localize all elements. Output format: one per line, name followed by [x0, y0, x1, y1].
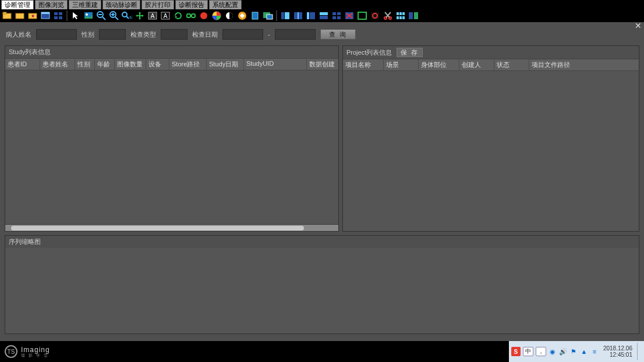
punc-indicator[interactable]: ， [536, 347, 546, 356]
layout-left-icon[interactable] [305, 10, 317, 22]
svg-text:A: A [151, 13, 155, 19]
tab-image-browse[interactable]: 图像浏览 [35, 0, 68, 9]
thumbnail-panel: 序列缩略图 [5, 235, 639, 334]
window-icon[interactable] [40, 10, 51, 22]
svg-text:A: A [164, 13, 168, 19]
tab-film-print[interactable]: 胶片打印 [141, 0, 174, 9]
svg-rect-10 [59, 16, 62, 19]
svg-text:x2: x2 [129, 15, 132, 19]
col-img-count[interactable]: 图像数量 [115, 59, 146, 70]
svg-line-22 [126, 16, 129, 19]
edit-icon[interactable] [236, 10, 248, 22]
tab-bar: 诊断管理 图像浏览 三维重建 颈动脉诊断 胶片打印 诊断报告 系统配置 [0, 0, 644, 9]
pointer-icon[interactable] [70, 10, 82, 22]
study-hscroll[interactable] [5, 224, 338, 231]
layout-split-icon[interactable] [318, 10, 330, 22]
study-body [5, 70, 338, 224]
col-status[interactable]: 状态 [494, 59, 529, 70]
cut-icon[interactable] [382, 10, 394, 22]
col-proj-name[interactable]: 项目名称 [343, 59, 384, 70]
crop-icon[interactable] [249, 10, 261, 22]
study-panel: Study列表信息 患者ID 患者姓名 性别 年龄 图像数量 设备 Store路… [5, 45, 339, 232]
link-icon[interactable] [185, 10, 197, 22]
col-study-date[interactable]: Study日期 [207, 59, 244, 70]
label-patient-name: 病人姓名 [6, 30, 31, 39]
col-patient-name[interactable]: 患者姓名 [40, 59, 75, 70]
input-patient-name[interactable] [36, 29, 77, 40]
svg-rect-52 [320, 12, 328, 15]
show-desktop[interactable] [637, 343, 642, 360]
col-scene[interactable]: 场景 [384, 59, 419, 70]
circle-red-icon[interactable] [198, 10, 210, 22]
layout-remove-icon[interactable] [344, 10, 355, 22]
col-body-part[interactable]: 身体部位 [419, 59, 459, 70]
grid-icon[interactable] [52, 10, 64, 22]
svg-line-18 [115, 17, 118, 20]
layout-green-icon[interactable] [356, 10, 368, 22]
tab-carotid-diag[interactable]: 颈动脉诊断 [102, 0, 140, 9]
col-store-path[interactable]: Store路径 [169, 59, 207, 70]
text-a2-icon[interactable]: A [160, 10, 171, 22]
compare-icon[interactable] [408, 10, 419, 22]
col-device[interactable]: 设备 [146, 59, 169, 70]
text-a1-icon[interactable]: A [147, 10, 158, 22]
layout-circle-icon[interactable] [369, 10, 381, 22]
col-sex[interactable]: 性别 [75, 59, 95, 70]
svg-point-38 [200, 12, 207, 19]
image-icon[interactable] [83, 10, 94, 22]
zoom-x2-icon[interactable]: x2 [121, 10, 133, 22]
svg-point-13 [86, 13, 88, 16]
col-proj-path[interactable]: 项目文件路径 [529, 59, 639, 70]
col-creator[interactable]: 创建人 [459, 59, 494, 70]
input-date-to[interactable] [275, 29, 316, 40]
move-icon[interactable] [134, 10, 146, 22]
col-age[interactable]: 年龄 [95, 59, 115, 70]
shield-icon[interactable]: ▲ [580, 347, 588, 356]
volume-icon[interactable]: 🔊 [559, 347, 567, 356]
lang-indicator[interactable]: 中 [523, 347, 533, 356]
label-examdate: 检查日期 [192, 30, 218, 39]
brand-bottom: 谱 影 学 堂 [21, 353, 50, 357]
study-panel-title: Study列表信息 [9, 48, 51, 56]
tab-diag-report[interactable]: 诊断报告 [175, 0, 208, 9]
zoom-out-icon[interactable] [95, 10, 107, 22]
refresh-icon[interactable] [172, 10, 184, 22]
input-sex[interactable] [99, 29, 126, 40]
query-button[interactable]: 查 询 [320, 29, 356, 40]
layout-1-icon[interactable] [279, 10, 291, 22]
filter-bar: 病人姓名 性别 检查类型 检查日期 - 查 询 [5, 27, 639, 45]
save-button[interactable]: 保 存 [397, 48, 423, 57]
system-tray: S 中 ， ◉ 🔊 ⚑ ▲ ≡ 2018.12.06 12:45:01 [509, 341, 644, 362]
svg-rect-46 [281, 12, 284, 19]
color-wheel-icon[interactable] [211, 10, 222, 22]
folder-star-icon[interactable]: ★ [27, 10, 38, 22]
layout-2-icon[interactable] [292, 10, 304, 22]
svg-rect-61 [358, 12, 366, 19]
ime-icon[interactable]: S [511, 347, 521, 356]
svg-rect-50 [307, 12, 309, 19]
flag-icon[interactable]: ⚑ [569, 347, 578, 356]
close-icon[interactable]: ✕ [635, 21, 642, 30]
thumbnail-panel-title: 序列缩略图 [9, 237, 41, 246]
contrast-icon[interactable] [224, 10, 235, 22]
tab-3d-recon[interactable]: 三维重建 [69, 0, 101, 9]
svg-rect-56 [332, 16, 336, 19]
zoom-in-icon[interactable] [108, 10, 120, 22]
brand-top: Imaging [21, 346, 50, 353]
svg-rect-72 [399, 16, 402, 19]
col-study-uid[interactable]: StudyUID [244, 59, 307, 70]
folder-open-icon[interactable] [1, 10, 13, 22]
folder-icon[interactable] [14, 10, 26, 22]
col-data-create[interactable]: 数据创建 [307, 59, 338, 70]
tab-system-config[interactable]: 系统配置 [209, 0, 242, 9]
network-icon[interactable]: ◉ [549, 347, 557, 356]
misc-icon[interactable]: ≡ [590, 347, 599, 356]
tiles-icon[interactable] [395, 10, 406, 22]
layout-grid-icon[interactable] [331, 10, 342, 22]
input-date-from[interactable] [222, 29, 263, 40]
tab-diagnosis-manage[interactable]: 诊断管理 [1, 0, 34, 9]
input-examtype[interactable] [161, 29, 187, 40]
clock[interactable]: 2018.12.06 12:45:01 [601, 345, 635, 358]
picture-picture-icon[interactable] [262, 10, 274, 22]
col-patient-id[interactable]: 患者ID [5, 59, 40, 70]
